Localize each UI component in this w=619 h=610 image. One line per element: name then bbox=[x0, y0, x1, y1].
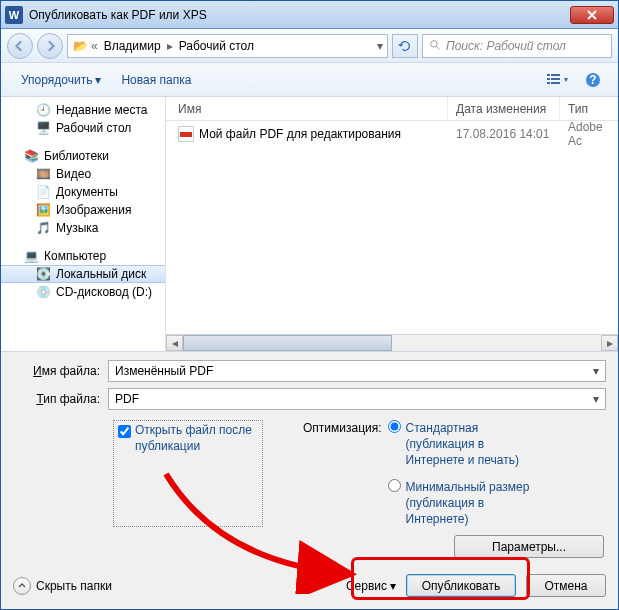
open-after-label: Открыть файл после публикации bbox=[135, 423, 258, 454]
open-after-publish-checkbox[interactable]: Открыть файл после публикации bbox=[113, 420, 263, 527]
refresh-icon bbox=[398, 39, 412, 53]
explorer-body: 🕘Недавние места 🖥️Рабочий стол 📚Библиоте… bbox=[1, 97, 618, 351]
tree-music[interactable]: 🎵Музыка bbox=[1, 219, 165, 237]
search-input[interactable]: Поиск: Рабочий стол bbox=[422, 34, 612, 58]
tree-recent-places[interactable]: 🕘Недавние места bbox=[1, 101, 165, 119]
svg-text:?: ? bbox=[589, 73, 596, 87]
navigation-bar: 📂 « Владимир ▸ Рабочий стол ▾ Поиск: Раб… bbox=[1, 29, 618, 63]
new-folder-button[interactable]: Новая папка bbox=[111, 69, 201, 91]
svg-point-0 bbox=[431, 41, 438, 48]
horizontal-scrollbar[interactable]: ◂ ▸ bbox=[166, 334, 618, 351]
cd-icon: 💿 bbox=[35, 284, 51, 300]
back-button[interactable] bbox=[7, 33, 33, 59]
scroll-left-button[interactable]: ◂ bbox=[166, 335, 183, 351]
save-options-panel: ИИмя файла:мя файла: Изменённый PDF ▾ Ти… bbox=[1, 351, 618, 609]
arrow-right-icon bbox=[44, 40, 56, 52]
pictures-icon: 🖼️ bbox=[35, 202, 51, 218]
help-icon: ? bbox=[585, 72, 601, 88]
column-date[interactable]: Дата изменения bbox=[448, 97, 560, 120]
radio-minimal-label: Минимальный размер (публикация в Интерне… bbox=[406, 479, 546, 528]
svg-rect-6 bbox=[551, 82, 560, 84]
tree-libraries[interactable]: 📚Библиотеки bbox=[1, 147, 165, 165]
service-menu[interactable]: Сервис ▾ bbox=[346, 579, 396, 593]
hide-folders-toggle[interactable]: Скрыть папки bbox=[13, 577, 112, 595]
scroll-track[interactable] bbox=[183, 335, 601, 351]
column-name[interactable]: Имя bbox=[166, 97, 448, 120]
tree-videos[interactable]: 🎞️Видео bbox=[1, 165, 165, 183]
filename-label: ИИмя файла:мя файла: bbox=[13, 364, 108, 378]
file-name: Мой файл PDF для редактирования bbox=[199, 127, 401, 141]
chevron-down-icon: ▾ bbox=[390, 579, 396, 593]
help-button[interactable]: ? bbox=[578, 69, 608, 91]
svg-rect-5 bbox=[547, 82, 550, 84]
search-icon bbox=[429, 39, 442, 52]
chevron-down-icon[interactable]: ▾ bbox=[377, 39, 383, 53]
forward-button[interactable] bbox=[37, 33, 63, 59]
chevron-down-icon: ▾ bbox=[564, 75, 568, 84]
breadcrumb-seg-1[interactable]: Владимир bbox=[101, 39, 164, 53]
tree-cd-drive[interactable]: 💿CD-дисковод (D:) bbox=[1, 283, 165, 301]
chevron-down-icon[interactable]: ▾ bbox=[593, 392, 599, 406]
titlebar: W Опубликовать как PDF или XPS bbox=[1, 1, 618, 29]
tree-computer[interactable]: 💻Компьютер bbox=[1, 247, 165, 265]
column-type[interactable]: Тип bbox=[560, 97, 618, 120]
tree-documents[interactable]: 📄Документы bbox=[1, 183, 165, 201]
file-date: 17.08.2016 14:01 bbox=[448, 124, 560, 143]
computer-icon: 💻 bbox=[23, 248, 39, 264]
radio-standard-label: Стандартная (публикация в Интернете и пе… bbox=[406, 420, 546, 469]
breadcrumb-seg-2[interactable]: Рабочий стол bbox=[176, 39, 257, 53]
address-bar[interactable]: 📂 « Владимир ▸ Рабочий стол ▾ bbox=[67, 34, 388, 58]
arrow-left-icon bbox=[14, 40, 26, 52]
filename-input[interactable]: Изменённый PDF ▾ bbox=[108, 360, 606, 382]
radio-minimal-input[interactable] bbox=[388, 479, 401, 492]
filetype-label: Тип файла: bbox=[13, 392, 108, 406]
file-list-header: Имя Дата изменения Тип bbox=[166, 97, 618, 121]
cancel-button[interactable]: Отмена bbox=[526, 574, 606, 597]
view-mode-button[interactable]: ▾ bbox=[542, 69, 572, 91]
chevron-up-icon bbox=[13, 577, 31, 595]
tree-desktop[interactable]: 🖥️Рабочий стол bbox=[1, 119, 165, 137]
svg-rect-3 bbox=[547, 78, 550, 80]
filename-value: Изменённый PDF bbox=[115, 364, 213, 378]
recent-icon: 🕘 bbox=[35, 102, 51, 118]
disk-icon: 💽 bbox=[35, 266, 51, 282]
scroll-right-button[interactable]: ▸ bbox=[601, 335, 618, 351]
folder-icon: 📂 bbox=[72, 38, 88, 54]
filetype-select[interactable]: PDF ▾ bbox=[108, 388, 606, 410]
radio-standard-input[interactable] bbox=[388, 420, 401, 433]
radio-standard[interactable]: Стандартная (публикация в Интернете и пе… bbox=[388, 420, 546, 469]
filetype-value: PDF bbox=[115, 392, 139, 406]
list-view-icon bbox=[546, 73, 562, 87]
folder-tree: 🕘Недавние места 🖥️Рабочий стол 📚Библиоте… bbox=[1, 97, 166, 351]
optimization-label: Оптимизация: bbox=[303, 420, 382, 469]
close-icon bbox=[587, 10, 597, 20]
close-button[interactable] bbox=[570, 6, 614, 24]
desktop-icon: 🖥️ bbox=[35, 120, 51, 136]
music-icon: 🎵 bbox=[35, 220, 51, 236]
chevron-down-icon[interactable]: ▾ bbox=[593, 364, 599, 378]
toolbar: Упорядочить ▾ Новая папка ▾ ? bbox=[1, 63, 618, 97]
file-list: Имя Дата изменения Тип Мой файл PDF для … bbox=[166, 97, 618, 351]
open-after-checkbox-input[interactable] bbox=[118, 425, 131, 438]
document-icon: 📄 bbox=[35, 184, 51, 200]
tree-pictures[interactable]: 🖼️Изображения bbox=[1, 201, 165, 219]
word-app-icon: W bbox=[5, 6, 23, 24]
tree-local-disk[interactable]: 💽Локальный диск bbox=[1, 265, 165, 283]
publish-button[interactable]: Опубликовать bbox=[406, 574, 516, 597]
organize-menu[interactable]: Упорядочить ▾ bbox=[11, 69, 111, 91]
parameters-button[interactable]: Параметры... bbox=[454, 535, 604, 558]
window-title: Опубликовать как PDF или XPS bbox=[29, 8, 570, 22]
svg-rect-2 bbox=[551, 74, 560, 76]
file-row[interactable]: Мой файл PDF для редактирования 17.08.20… bbox=[166, 121, 618, 143]
libraries-icon: 📚 bbox=[23, 148, 39, 164]
file-type: Adobe Ac bbox=[560, 124, 618, 143]
breadcrumb-chevron: « bbox=[91, 39, 98, 53]
radio-minimal[interactable]: Минимальный размер (публикация в Интерне… bbox=[388, 479, 546, 528]
hide-folders-label: Скрыть папки bbox=[36, 579, 112, 593]
refresh-button[interactable] bbox=[392, 34, 418, 58]
svg-rect-4 bbox=[551, 78, 560, 80]
chevron-down-icon: ▾ bbox=[95, 73, 101, 87]
search-placeholder: Поиск: Рабочий стол bbox=[446, 39, 566, 53]
video-icon: 🎞️ bbox=[35, 166, 51, 182]
scroll-thumb[interactable] bbox=[183, 335, 392, 351]
